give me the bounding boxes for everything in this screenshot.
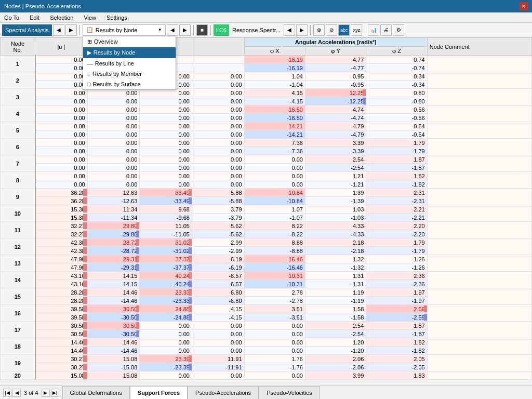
results-dropdown-label: Results by Node [96, 27, 138, 33]
results-by-node-icon: ▶ [87, 49, 91, 56]
table-row: 1930.2715.0823.3911.911.762.062.05 [1, 355, 532, 363]
main-content: NodeNo. |u | Angular Accelerations [rad/… [0, 37, 532, 385]
table-row: 1242.3828.7231.022.998.882.181.79 [1, 238, 532, 247]
window-title: Nodes | Pseudo-Accelerations [4, 3, 81, 9]
menu-edit[interactable]: Edit [28, 14, 42, 21]
node-number: 9 [1, 189, 35, 205]
prev-spectral-btn[interactable]: ◀ [53, 24, 64, 36]
menu-selection[interactable]: Selection [48, 14, 75, 21]
spectral-label: Spectral Analysis [2, 24, 52, 36]
table-row: 1639.5830.5024.884.153.511.582.59 [1, 305, 532, 313]
results-by-node-label: Results by Node [94, 49, 136, 56]
prev-lc-btn[interactable]: ◀ [284, 24, 295, 36]
tab-pseudo-accelerations[interactable]: Pseudo-Accelerations [188, 386, 259, 400]
table-row: 70.000.000.000.000.002.541.87 [1, 155, 532, 164]
node-comment [427, 355, 531, 371]
header-node-no: NodeNo. [1, 38, 35, 56]
menu-settings[interactable]: Settings [104, 14, 129, 21]
print-btn[interactable]: 🖨 [380, 24, 392, 36]
node-comment [427, 371, 531, 380]
next-lc-btn[interactable]: ▶ [296, 24, 308, 36]
lc-badge: LC6 [214, 24, 229, 36]
node-comment [427, 338, 531, 355]
data-table: NodeNo. |u | Angular Accelerations [rad/… [0, 37, 532, 380]
menu-goto[interactable]: Go To [2, 14, 21, 21]
node-number: 10 [1, 205, 35, 222]
menu-results-by-line[interactable]: — Results by Line [83, 58, 176, 69]
prev-results-btn[interactable]: ◀ [167, 24, 178, 36]
title-bar: Nodes | Pseudo-Accelerations ✕ [0, 0, 532, 12]
node-number: 11 [1, 222, 35, 238]
prev-page-btn[interactable]: ◀ [12, 389, 21, 397]
header-phi-y: φ Y [305, 47, 366, 56]
table-row: 20.000.000.000.001.040.950.34 [1, 72, 532, 81]
node-number: 6 [1, 139, 35, 155]
node-number: 13 [1, 255, 35, 272]
node-number: 5 [1, 122, 35, 139]
header-u2 [192, 38, 244, 56]
node-comment [427, 238, 531, 255]
table-row: 60.000.000.000.007.363.391.79 [1, 139, 532, 147]
tab-support-forces[interactable]: Support Forces [130, 386, 188, 400]
toolbar: Spectral Analysis ◀ ▶ 📋 Results by Node … [0, 23, 532, 37]
results-dropdown-wrapper: 📋 Results by Node ▼ ⊞ Overview ▶ Results… [83, 24, 166, 36]
results-dropdown-icon: 📋 [86, 26, 94, 33]
settings-btn[interactable]: ⚙ [393, 24, 404, 36]
node-comment [427, 222, 531, 238]
table-row: 50.000.000.000.0014.214.790.54 [1, 122, 532, 130]
node-number: 7 [1, 155, 35, 172]
node-number: 19 [1, 355, 35, 371]
tab-global-deformations[interactable]: Global Deformations [62, 386, 130, 400]
tab-pseudo-velocities[interactable]: Pseudo-Velocities [259, 386, 320, 400]
node-comment [427, 305, 531, 322]
sep2 [193, 25, 194, 35]
dropdown-arrow-icon: ▼ [158, 28, 162, 32]
node-number: 8 [1, 172, 35, 189]
results-by-surface-icon: □ [87, 81, 91, 87]
header-phi-z: φ Z [366, 47, 427, 56]
tool3[interactable]: abc [338, 24, 350, 36]
tool4[interactable]: xyz [351, 24, 362, 36]
node-comment [427, 105, 531, 122]
export-btn[interactable]: 📊 [368, 24, 379, 36]
menu-bar: Go To Edit Selection View Settings [0, 12, 532, 23]
last-page-btn[interactable]: ▶| [51, 389, 59, 397]
title-bar-controls: ✕ [520, 2, 528, 10]
sep3 [210, 25, 211, 35]
next-results-btn[interactable]: ▶ [179, 24, 191, 36]
table-row: 1015.3811.349.683.791.071.032.21 [1, 205, 532, 214]
close-button[interactable]: ✕ [520, 2, 528, 10]
stop-btn[interactable]: ■ [196, 24, 208, 36]
next-spectral-btn[interactable]: ▶ [65, 24, 77, 36]
table-row: 10.0016.194.770.74 [1, 56, 532, 64]
node-number: 4 [1, 105, 35, 122]
tool2[interactable]: ⊘ [326, 24, 337, 36]
menu-view[interactable]: View [82, 14, 98, 21]
next-page-btn[interactable]: ▶ [42, 389, 50, 397]
node-number: 1 [1, 56, 35, 72]
node-comment [427, 255, 531, 272]
first-page-btn[interactable]: |◀ [3, 389, 11, 397]
status-bar: |◀ ◀ 3 of 4 ▶ ▶| Global Deformations Sup… [0, 385, 532, 399]
menu-overview[interactable]: ⊞ Overview [83, 36, 176, 47]
results-dropdown-btn[interactable]: 📋 Results by Node ▼ [83, 24, 166, 36]
table-row: 1730.5030.500.000.000.002.541.87 [1, 322, 532, 330]
node-number: 2 [1, 72, 35, 89]
response-label: Response Spectr... [230, 27, 283, 33]
header-u: |u | [35, 38, 88, 56]
node-number: 20 [1, 371, 35, 380]
table-row: 936.2812.6333.495.8810.841.392.31 [1, 189, 532, 197]
results-by-surface-label: Results by Surface [92, 81, 140, 87]
menu-results-by-surface[interactable]: □ Results by Surface [83, 79, 176, 89]
sep1 [79, 25, 80, 35]
table-wrapper[interactable]: NodeNo. |u | Angular Accelerations [rad/… [0, 37, 532, 385]
menu-results-by-member[interactable]: ≡ Results by Member [83, 69, 176, 79]
node-comment [427, 322, 531, 338]
spectral-section: Spectral Analysis ◀ ▶ [2, 24, 77, 36]
overview-icon: ⊞ [87, 38, 92, 45]
results-by-line-label: Results by Line [95, 60, 134, 66]
overview-label: Overview [94, 38, 118, 45]
menu-results-by-node[interactable]: ▶ Results by Node [83, 47, 176, 58]
tool1[interactable]: ⊕ [313, 24, 325, 36]
node-comment [427, 155, 531, 172]
